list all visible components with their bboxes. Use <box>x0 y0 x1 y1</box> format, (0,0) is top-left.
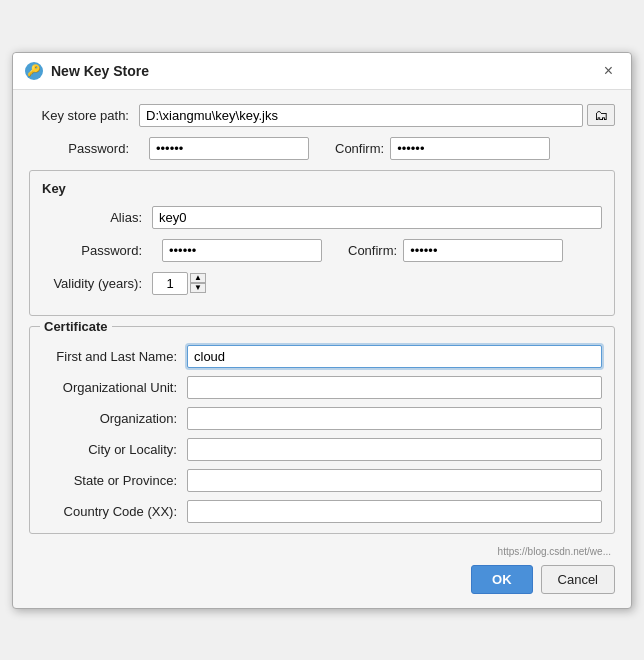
keystore-path-input[interactable] <box>139 104 583 127</box>
cancel-button[interactable]: Cancel <box>541 565 615 594</box>
key-password-row: Password: Confirm: <box>42 239 602 262</box>
key-password-input[interactable] <box>162 239 322 262</box>
org-unit-label: Organizational Unit: <box>42 380 187 395</box>
country-input[interactable] <box>187 500 602 523</box>
city-input[interactable] <box>187 438 602 461</box>
state-input[interactable] <box>187 469 602 492</box>
alias-row: Alias: <box>42 206 602 229</box>
key-confirm-group: Confirm: <box>348 239 563 262</box>
close-button[interactable]: × <box>598 61 619 81</box>
validity-label: Validity (years): <box>42 276 152 291</box>
first-last-label: First and Last Name: <box>42 349 187 364</box>
alias-input[interactable] <box>152 206 602 229</box>
button-row: OK Cancel <box>29 561 615 594</box>
title-bar-left: 🔑 New Key Store <box>25 62 149 80</box>
keystore-path-row: Key store path: 🗂 <box>29 104 615 127</box>
key-section: Key Alias: Password: Confirm: Validity (… <box>29 170 615 316</box>
password-label: Password: <box>29 141 139 156</box>
keystore-path-label: Key store path: <box>29 108 139 123</box>
key-password-label: Password: <box>42 243 152 258</box>
browse-button[interactable]: 🗂 <box>587 104 615 126</box>
title-bar: 🔑 New Key Store × <box>13 53 631 90</box>
dialog-body: Key store path: 🗂 Password: Confirm: Key… <box>13 90 631 608</box>
confirm-input[interactable] <box>390 137 550 160</box>
country-row: Country Code (XX): <box>42 500 602 523</box>
key-section-title: Key <box>42 181 602 196</box>
org-label: Organization: <box>42 411 187 426</box>
dialog-title: New Key Store <box>51 63 149 79</box>
org-row: Organization: <box>42 407 602 430</box>
confirm-group: Confirm: <box>335 137 550 160</box>
validity-row: Validity (years): ▲ ▼ <box>42 272 602 295</box>
org-unit-input[interactable] <box>187 376 602 399</box>
key-confirm-input[interactable] <box>403 239 563 262</box>
city-row: City or Locality: <box>42 438 602 461</box>
confirm-label: Confirm: <box>335 141 384 156</box>
first-last-input[interactable] <box>187 345 602 368</box>
state-label: State or Province: <box>42 473 187 488</box>
dialog-icon: 🔑 <box>25 62 43 80</box>
org-input[interactable] <box>187 407 602 430</box>
country-label: Country Code (XX): <box>42 504 187 519</box>
new-key-store-dialog: 🔑 New Key Store × Key store path: 🗂 Pass… <box>12 52 632 609</box>
cert-section-title: Certificate <box>40 319 112 334</box>
certificate-section: Certificate First and Last Name: Organiz… <box>29 326 615 534</box>
alias-label: Alias: <box>42 210 152 225</box>
password-row: Password: Confirm: <box>29 137 615 160</box>
state-row: State or Province: <box>42 469 602 492</box>
ok-button[interactable]: OK <box>471 565 533 594</box>
org-unit-row: Organizational Unit: <box>42 376 602 399</box>
spinner-down-button[interactable]: ▼ <box>190 283 206 293</box>
spinner-up-button[interactable]: ▲ <box>190 273 206 283</box>
password-input[interactable] <box>149 137 309 160</box>
city-label: City or Locality: <box>42 442 187 457</box>
key-confirm-label: Confirm: <box>348 243 397 258</box>
watermark: https://blog.csdn.net/we... <box>29 546 615 557</box>
validity-spinner: ▲ ▼ <box>190 273 206 293</box>
first-last-row: First and Last Name: <box>42 345 602 368</box>
validity-input[interactable] <box>152 272 188 295</box>
